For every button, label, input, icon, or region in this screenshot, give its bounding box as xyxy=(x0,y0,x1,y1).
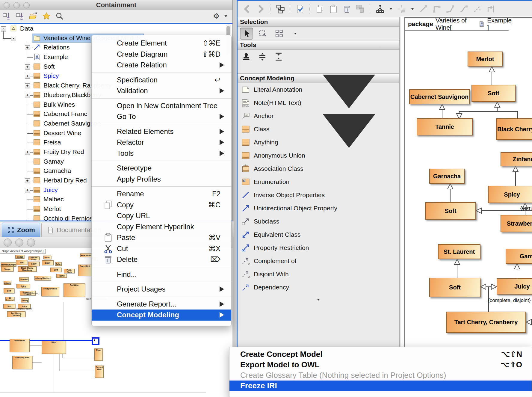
tree-item-cell[interactable]: Juicy xyxy=(32,186,60,194)
palette-item-unidirectional-object-property[interactable]: Unidirectional Object Property xyxy=(238,202,399,215)
tree-expander[interactable]: + xyxy=(25,188,30,193)
palette-tool-marquee-select[interactable] xyxy=(257,28,269,39)
menu-item-generate-report-[interactable]: Generate Report... xyxy=(92,299,231,310)
minimap-class-box[interactable]: Fruity Dry Red xyxy=(41,287,59,296)
minimap-class-box[interactable]: Soft xyxy=(4,288,14,293)
menu-item-paste[interactable]: Paste⌘V xyxy=(92,232,231,243)
palette-item-anything[interactable]: Anything xyxy=(238,136,399,149)
tree-item-cell[interactable]: Relations xyxy=(32,43,72,52)
minimap-class-box[interactable]: Sweet Red xyxy=(78,265,92,276)
menu-item-refactor[interactable]: Refactor xyxy=(92,137,231,148)
tree-item-cell[interactable]: Dessert Wine xyxy=(32,129,83,137)
center-element-icon[interactable] xyxy=(397,4,406,14)
menu-item-create-diagram[interactable]: Create Diagram⇧⌘D xyxy=(92,49,231,60)
menu-item-delete[interactable]: Delete⌦ xyxy=(92,254,231,265)
tree-expander[interactable]: + xyxy=(25,150,30,155)
menu-item-create-element[interactable]: Create Element⇧⌘E xyxy=(92,38,231,49)
minimap-class-box[interactable]: Blueberry,Blackberry xyxy=(34,276,51,280)
tree-item-cell[interactable]: Freisa xyxy=(32,138,63,147)
minimap-class-box[interactable]: Wine xyxy=(42,341,66,354)
copy-icon[interactable] xyxy=(315,4,325,14)
minimap-class-box[interactable]: Soft xyxy=(16,260,27,265)
minimap-class-box[interactable]: Rose xyxy=(94,348,103,361)
validate-diagram-icon[interactable] xyxy=(295,4,305,14)
menu-item-stereotype[interactable]: Stereotype xyxy=(92,163,231,174)
window-controls[interactable] xyxy=(4,238,35,247)
menu-item-find-[interactable]: Find... xyxy=(92,269,231,280)
minimap-class-box[interactable]: Malbec xyxy=(55,262,62,266)
menu-item-related-elements[interactable]: Related Elements xyxy=(92,126,231,137)
line-rectilinear-icon[interactable] xyxy=(432,4,442,14)
tree-expander[interactable]: + xyxy=(25,93,30,98)
tree-item-cell[interactable]: Occhio di Pernice xyxy=(32,214,95,221)
containment-tree-icon[interactable] xyxy=(276,4,285,14)
class-box-garnacha[interactable]: Garnacha xyxy=(429,169,465,184)
menu-item-rename[interactable]: RenameF2 xyxy=(92,188,231,200)
palette-item-equivalent-class[interactable]: Equivalent Class xyxy=(238,228,399,241)
menu-item-copy[interactable]: Copy⌘C xyxy=(92,200,231,211)
tree-item-cell[interactable]: Fruity Dry Red xyxy=(32,148,86,156)
tree-item-cell[interactable]: Cabernet Franc xyxy=(32,110,89,118)
minimap-class-box[interactable]: CabernetSauvignon xyxy=(1,262,16,267)
maximize-button[interactable] xyxy=(27,238,35,247)
class-box-merlot[interactable]: Merlot xyxy=(468,52,503,67)
minimap-class-box[interactable]: Bulk Wines xyxy=(80,253,92,257)
delete-table-icon[interactable] xyxy=(356,4,365,14)
menu-item-copy-element-hyperlink[interactable]: Copy Element Hyperlink xyxy=(92,221,231,233)
forward-icon[interactable] xyxy=(256,4,265,14)
palette-tool-stamp[interactable] xyxy=(240,51,253,62)
class-box-tart-cherry[interactable]: Tart Cherry, Cranberry xyxy=(446,312,526,333)
minimap-class-box[interactable]: Red Wine xyxy=(64,283,85,297)
palette-item-property-restriction[interactable]: Property Restriction xyxy=(238,241,399,254)
menu-item-concept-modeling[interactable]: Concept Modeling xyxy=(92,310,231,321)
minimap-class-box[interactable]: Soft xyxy=(50,268,61,272)
tree-item-cell[interactable]: Malbec xyxy=(32,195,66,203)
palette-item-complement-of[interactable]: cComplement of xyxy=(238,254,399,268)
palette-more-button[interactable] xyxy=(238,294,399,305)
palette-item-inverse-object-properties[interactable]: Inverse Object Properties xyxy=(238,188,399,202)
minimap-class-box[interactable]: Cabernet Franc xyxy=(28,256,40,260)
tab-zoom[interactable]: Zoom xyxy=(2,223,40,237)
menu-item-project-usages[interactable]: Project Usages xyxy=(92,284,231,295)
minimap-class-box[interactable]: Merlot xyxy=(15,255,24,259)
minimap-class-box[interactable]: Gamay xyxy=(21,298,29,302)
minimap-class-box[interactable]: White Wine xyxy=(10,339,30,352)
menu-item-specification[interactable]: Specification↩ xyxy=(92,75,231,86)
caret-down-icon[interactable] xyxy=(410,7,415,11)
swap-path-icon[interactable] xyxy=(486,4,495,14)
minimap-class-box[interactable]: Sparkling Wine xyxy=(12,356,32,369)
palette-item-class[interactable]: Class xyxy=(238,123,399,136)
minimap-class-box[interactable]: Tart Cherry, Cranberry xyxy=(7,311,25,317)
menu-item-go-to[interactable]: Go To xyxy=(92,111,231,122)
tree-expander[interactable]: + xyxy=(25,45,30,50)
close-button[interactable] xyxy=(4,238,12,247)
class-box-zinfandel[interactable]: Zinfandel xyxy=(501,152,532,166)
containment-titlebar[interactable]: Containment xyxy=(0,0,232,10)
tree-expander[interactable]: + xyxy=(25,178,30,183)
class-box-st-laurent[interactable]: St. Laurent xyxy=(438,244,480,259)
minimap-class-box[interactable]: Garnacha xyxy=(4,281,11,285)
minimap-class-box[interactable]: Spicy xyxy=(16,284,30,288)
minimap-class-box[interactable]: Petite Sirah xyxy=(64,269,75,273)
palette-item-dependency[interactable]: Dependency xyxy=(238,281,399,294)
minimap-class-box[interactable]: Black Cherry, Raspberry xyxy=(18,266,37,272)
tree-item-cell[interactable]: Spicy xyxy=(32,72,61,80)
class-box-spicy[interactable]: Spicy xyxy=(488,186,532,203)
tree-expander[interactable]: + xyxy=(25,83,30,88)
line-bend-icon[interactable] xyxy=(445,4,455,14)
tree-expander[interactable]: - xyxy=(1,26,6,31)
minimap-class-box[interactable]: Soft xyxy=(3,304,15,309)
palette-item-subclass[interactable]: Subclass xyxy=(238,215,399,228)
tree-item-cell[interactable]: Example xyxy=(32,53,70,61)
tree-item-cell[interactable]: Garnacha xyxy=(32,167,73,175)
palette-item-anonymous-union[interactable]: Anonymous Union xyxy=(238,149,399,162)
minimap-class-box[interactable]: Dessert Wine xyxy=(95,366,104,378)
caret-down-icon[interactable] xyxy=(389,7,393,11)
class-box-black-cherry[interactable]: Black Cherry, Raspberry xyxy=(496,118,532,140)
menu-item-validation[interactable]: Validation xyxy=(92,85,231,96)
class-box-soft-mid[interactable]: Soft xyxy=(425,202,476,220)
back-icon[interactable] xyxy=(242,4,252,14)
class-box-soft-bottom[interactable]: Soft xyxy=(429,278,480,297)
minimap-viewport-handle[interactable] xyxy=(92,337,99,345)
class-box-gamay[interactable]: Gamay xyxy=(506,249,532,264)
